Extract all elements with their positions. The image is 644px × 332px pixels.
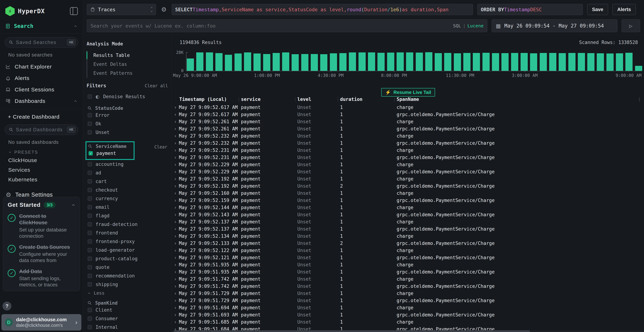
table-row[interactable]: ›May 27 9:09:52.231 AMpaymentUnset1charg…: [172, 147, 644, 154]
analysis-mode-event-deltas[interactable]: Event Deltas: [87, 60, 168, 69]
sidebar-item-dashboards[interactable]: Dashboards: [0, 95, 83, 107]
filter-option-load-generator[interactable]: load-generator: [86, 246, 168, 254]
filter-option-unset[interactable]: Unset: [86, 128, 168, 137]
checkbox[interactable]: [88, 196, 92, 201]
sidebar-item-client-sessions[interactable]: Client Sessions: [0, 84, 83, 95]
expand-row-icon[interactable]: ›: [174, 198, 179, 203]
orderby-expression-input[interactable]: ORDER BY Timestamp DESC: [477, 4, 583, 15]
expand-row-icon[interactable]: ›: [174, 262, 179, 268]
checkbox[interactable]: [88, 162, 92, 166]
table-row[interactable]: ›May 27 9:09:51.729 AMpaymentUnset1charg…: [172, 290, 644, 297]
get-started-header[interactable]: Get Started 3/3: [8, 202, 76, 208]
expand-row-icon[interactable]: ›: [174, 319, 179, 325]
source-select[interactable]: Traces ⌃⌄: [87, 4, 156, 15]
filter-option-ad[interactable]: ad: [86, 168, 168, 177]
expand-row-icon[interactable]: ›: [174, 183, 179, 189]
table-row[interactable]: ›May 27 9:09:52.229 AMpaymentUnset1grpc.…: [172, 168, 644, 175]
checkbox[interactable]: [88, 205, 92, 209]
date-range-picker[interactable]: ▦ May 26 09:09:54 - May 27 09:09:54: [492, 19, 617, 32]
expand-row-icon[interactable]: ›: [174, 190, 179, 196]
checkbox[interactable]: [88, 248, 92, 252]
checkbox[interactable]: [88, 151, 93, 156]
table-row[interactable]: ›May 27 9:09:52.261 AMpaymentUnset1charg…: [172, 118, 644, 125]
expand-row-icon[interactable]: ›: [174, 155, 179, 160]
preset-kubernetes[interactable]: Kubernetes: [0, 175, 83, 184]
checkbox[interactable]: [88, 171, 92, 175]
checkbox[interactable]: [88, 256, 92, 261]
expand-row-icon[interactable]: ›: [174, 212, 179, 217]
checkbox[interactable]: [88, 316, 92, 321]
clear-group-button[interactable]: Clear: [154, 144, 167, 150]
column-resize-handle-icon[interactable]: ⋮: [237, 97, 241, 102]
filter-option-frontend-proxy[interactable]: frontend-proxy: [86, 237, 168, 246]
expand-row-icon[interactable]: ›: [174, 133, 179, 139]
expand-row-icon[interactable]: ›: [174, 219, 179, 224]
checkbox[interactable]: [88, 274, 92, 278]
preset-services[interactable]: Services: [0, 165, 83, 175]
sidebar-item-search[interactable]: Search: [0, 18, 83, 34]
sql-toggle[interactable]: SQL: [453, 23, 461, 28]
filter-option-internal[interactable]: Internal: [86, 323, 168, 332]
table-row[interactable]: ›May 27 9:09:52.134 AMpaymentUnset1charg…: [172, 232, 644, 240]
checkbox[interactable]: [88, 265, 92, 270]
saved-dashboards-input[interactable]: Saved Dashboards ⌘K: [5, 124, 78, 135]
expand-row-icon[interactable]: ›: [174, 148, 179, 153]
expand-row-icon[interactable]: ›: [174, 126, 179, 132]
event-search-input[interactable]: [90, 23, 449, 28]
denoise-results-checkbox-row[interactable]: ◐ Denoise Results: [86, 92, 168, 101]
table-row[interactable]: ›May 27 9:09:52.143 AMpaymentUnset1grpc.…: [172, 211, 644, 218]
checkbox[interactable]: [88, 282, 92, 286]
get-started-item[interactable]: ✓Add DataStart sending logs, metrics, or…: [8, 268, 76, 288]
table-row[interactable]: ›May 27 9:09:51.742 AMpaymentUnset1charg…: [172, 276, 644, 283]
column-resize-handle-icon[interactable]: ⋮: [293, 97, 297, 102]
get-started-item[interactable]: ✓Create Data SourcesConfigure where your…: [8, 244, 76, 264]
filter-option-shipping[interactable]: shipping: [86, 280, 168, 289]
filter-option-frontend[interactable]: frontend: [86, 228, 168, 237]
table-row[interactable]: ›May 27 9:09:52.121 AMpaymentUnset1grpc.…: [172, 254, 644, 261]
filter-option-email[interactable]: email: [86, 203, 168, 212]
expand-row-icon[interactable]: ›: [174, 226, 179, 232]
alerts-button[interactable]: Alerts: [612, 4, 636, 15]
filter-option-flagd[interactable]: flagd: [86, 212, 168, 220]
expand-row-icon[interactable]: ›: [174, 162, 179, 167]
table-row[interactable]: ›May 27 9:09:52.159 AMpaymentUnset1grpc.…: [172, 197, 644, 204]
analysis-mode-results-table[interactable]: Results Table: [87, 51, 168, 60]
table-row[interactable]: ›May 27 9:09:52.137 AMpaymentUnset1charg…: [172, 218, 644, 226]
table-row[interactable]: ›May 27 9:09:51.935 AMpaymentUnset1charg…: [172, 261, 644, 268]
preset-clickhouse[interactable]: ClickHouse: [0, 156, 83, 165]
event-search-bar[interactable]: SQL|Lucene: [87, 19, 487, 32]
column-resize-handle-icon[interactable]: ⋮: [336, 97, 340, 102]
table-row[interactable]: ›May 27 9:09:52.232 AMpaymentUnset1grpc.…: [172, 140, 644, 147]
expand-row-icon[interactable]: ›: [174, 255, 179, 260]
expand-row-icon[interactable]: ›: [174, 169, 179, 174]
table-row[interactable]: ›May 27 9:09:52.617 AMpaymentUnset1grpc.…: [172, 111, 644, 118]
column-header-spanname[interactable]: ⋮SpanName: [396, 96, 644, 103]
table-row[interactable]: ›May 27 9:09:52.137 AMpaymentUnset1grpc.…: [172, 226, 644, 232]
filter-option-error[interactable]: Error: [86, 111, 168, 120]
checkbox[interactable]: [88, 308, 92, 312]
table-row[interactable]: ›May 27 9:09:52.192 AMpaymentUnset1charg…: [172, 175, 644, 182]
expand-row-icon[interactable]: ›: [174, 284, 179, 289]
expand-row-icon[interactable]: ›: [174, 240, 179, 246]
filter-option-recommendation[interactable]: recommendation: [86, 272, 168, 280]
expand-row-icon[interactable]: ›: [174, 305, 179, 310]
checkbox[interactable]: [88, 113, 92, 117]
filter-option-consumer[interactable]: Consumer: [86, 314, 168, 323]
table-row[interactable]: ›May 27 9:09:51.685 AMpaymentUnset1charg…: [172, 318, 644, 326]
expand-row-icon[interactable]: ›: [174, 234, 179, 239]
column-header-service[interactable]: ⋮service: [241, 96, 297, 103]
checkbox[interactable]: [88, 130, 92, 134]
filter-option-currency[interactable]: currency: [86, 194, 168, 203]
table-row[interactable]: ›May 27 9:09:52.144 AMpaymentUnset1charg…: [172, 204, 644, 211]
sidebar-item-chart-explorer[interactable]: Chart Explorer: [0, 61, 83, 72]
collapse-sidebar-icon[interactable]: [70, 7, 78, 15]
checkbox[interactable]: [88, 222, 92, 226]
results-histogram[interactable]: 28K 0: [172, 52, 642, 71]
column-header-timestamp-local-[interactable]: Timestamp (Local): [179, 96, 241, 103]
table-row[interactable]: ›May 27 9:09:52.160 AMpaymentUnset1charg…: [172, 190, 644, 197]
clear-all-button[interactable]: Clear all: [145, 83, 168, 88]
get-started-item[interactable]: ✓Connect to ClickHouseSet up your databa…: [8, 213, 76, 239]
column-header-level[interactable]: ⋮level: [297, 96, 340, 103]
filter-option-checkout[interactable]: checkout: [86, 186, 168, 194]
column-resize-handle-icon[interactable]: ⋮: [392, 97, 396, 102]
